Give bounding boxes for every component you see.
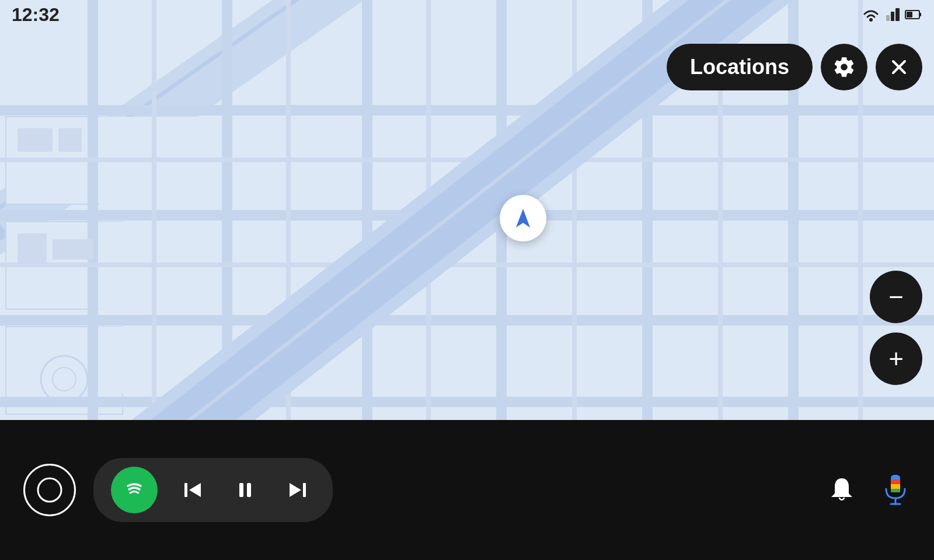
- map-view: 12:32 Locations: [0, 0, 934, 420]
- svg-rect-69: [891, 489, 900, 492]
- home-button[interactable]: [23, 464, 76, 516]
- svg-point-57: [38, 478, 61, 502]
- svg-rect-61: [239, 483, 243, 497]
- svg-rect-66: [891, 475, 900, 480]
- pause-button[interactable]: [228, 473, 263, 508]
- svg-rect-49: [891, 12, 894, 21]
- svg-rect-50: [886, 15, 890, 21]
- status-bar: 12:32: [0, 0, 934, 29]
- zoom-out-button[interactable]: −: [870, 271, 922, 323]
- bell-icon: [827, 475, 857, 505]
- svg-rect-48: [895, 8, 900, 21]
- prev-track-icon: [181, 478, 204, 502]
- media-player: [93, 458, 333, 522]
- spotify-icon: [120, 475, 149, 505]
- spotify-button[interactable]: [111, 467, 158, 513]
- close-icon: [887, 55, 911, 79]
- svg-rect-42: [58, 128, 82, 152]
- pause-icon: [234, 478, 257, 502]
- close-button[interactable]: [876, 44, 922, 90]
- top-controls: Locations: [667, 44, 922, 90]
- bottom-bar: [0, 420, 934, 560]
- svg-marker-60: [189, 483, 201, 497]
- svg-point-58: [120, 475, 149, 505]
- svg-rect-53: [907, 12, 912, 18]
- zoom-controls: − +: [870, 271, 922, 385]
- svg-rect-32: [152, 0, 156, 420]
- notification-button[interactable]: [827, 475, 857, 505]
- svg-rect-31: [0, 262, 934, 267]
- svg-rect-13: [362, 0, 372, 420]
- signal-icon: [885, 7, 900, 22]
- gear-icon: [832, 55, 856, 79]
- svg-rect-43: [18, 233, 47, 262]
- battery-icon: [905, 9, 922, 20]
- microphone-icon: [880, 473, 911, 508]
- svg-marker-56: [516, 209, 530, 228]
- status-icons: [862, 7, 922, 22]
- svg-rect-62: [247, 483, 251, 497]
- zoom-in-button[interactable]: +: [870, 332, 922, 385]
- current-location-marker: [500, 195, 546, 242]
- svg-rect-44: [53, 239, 93, 260]
- svg-marker-64: [290, 483, 301, 497]
- locations-button[interactable]: Locations: [667, 44, 813, 90]
- wifi-icon: [862, 7, 880, 22]
- svg-rect-35: [572, 0, 577, 420]
- next-track-icon: [286, 478, 309, 502]
- svg-point-47: [869, 18, 873, 22]
- right-controls: [827, 473, 911, 508]
- previous-track-button[interactable]: [175, 473, 210, 508]
- svg-rect-63: [303, 483, 306, 497]
- next-track-button[interactable]: [280, 473, 315, 508]
- navigation-arrow: [511, 206, 535, 230]
- voice-assistant-button[interactable]: [880, 473, 911, 508]
- home-circle-icon: [36, 477, 63, 503]
- clock: 12:32: [12, 4, 60, 26]
- settings-button[interactable]: [821, 44, 867, 90]
- svg-rect-67: [891, 480, 900, 484]
- svg-rect-59: [184, 483, 187, 497]
- svg-rect-52: [919, 13, 921, 16]
- svg-rect-41: [18, 128, 53, 152]
- svg-rect-11: [88, 0, 98, 420]
- svg-rect-68: [891, 484, 900, 489]
